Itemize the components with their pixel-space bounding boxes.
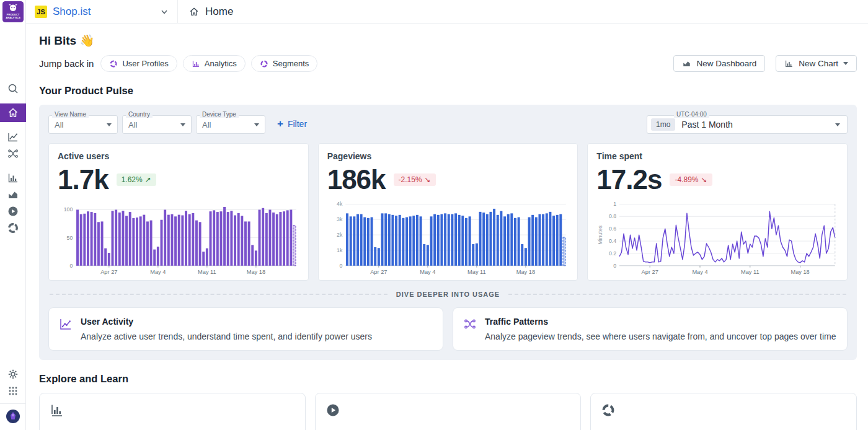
traffic-patterns-card[interactable]: Traffic Patterns Analyze pageview trends…	[453, 307, 848, 351]
chevron-down-icon	[843, 62, 848, 65]
chevron-down-icon	[180, 123, 185, 126]
play-circle-icon[interactable]	[7, 205, 19, 217]
metric-cards-row: Active users 1.7k 1.62% ↗ 050100Apr 27Ma…	[48, 143, 848, 281]
svg-text:100: 100	[64, 206, 73, 213]
svg-text:May 11: May 11	[467, 269, 486, 275]
home-icon	[7, 107, 19, 119]
main-content: Hi Bits 👋 Jump back in User Profiles Ana…	[26, 24, 868, 430]
apps-grid-icon[interactable]	[7, 385, 19, 397]
time-spent-value: 17.2s	[596, 164, 662, 195]
svg-text:50: 50	[67, 235, 73, 241]
metric-card-active-users: Active users 1.7k 1.62% ↗ 050100Apr 27Ma…	[48, 143, 309, 281]
user-avatar[interactable]	[6, 409, 20, 424]
svg-text:0.8: 0.8	[609, 213, 616, 219]
svg-text:Apr 27: Apr 27	[370, 269, 387, 275]
jump-back-label: Jump back in	[39, 58, 94, 69]
review-sessions-card[interactable]: Review sessions	[315, 393, 582, 430]
dashed-line	[508, 294, 846, 295]
svg-text:1: 1	[614, 201, 617, 207]
arrow-up-right-icon: ↗	[145, 175, 151, 184]
chip-analytics[interactable]: Analytics	[183, 55, 246, 72]
filter-row: View Name All Country All Device Type Al…	[48, 115, 848, 134]
flow-icon[interactable]	[7, 147, 19, 160]
filter-country[interactable]: Country All	[122, 115, 192, 134]
explore-cards-row: Create a funnel Review sessions Create a…	[39, 393, 857, 430]
svg-text:0.2: 0.2	[609, 250, 616, 257]
add-filter-button[interactable]: + Filter	[277, 119, 307, 129]
svg-text:Apr 27: Apr 27	[642, 269, 658, 275]
chevron-down-icon	[254, 123, 259, 126]
play-circle-icon	[326, 403, 340, 418]
segment-circle-icon[interactable]	[7, 222, 19, 234]
explore-section-title: Explore and Learn	[39, 373, 857, 385]
analytics-icon	[192, 59, 200, 68]
svg-text:May 4: May 4	[693, 269, 708, 275]
svg-text:ANALYTICS: ANALYTICS	[6, 16, 20, 19]
project-name: Shop.ist	[53, 6, 91, 18]
product-analytics-logo[interactable]: PRODUCT ANALYTICS	[2, 1, 24, 22]
filter-device-type[interactable]: Device Type All	[196, 115, 265, 134]
active-users-value: 1.7k	[58, 164, 108, 195]
js-project-icon: JS	[35, 6, 47, 18]
segment-circle-icon	[601, 403, 616, 418]
time-range-badge: 1mo	[651, 118, 675, 131]
wave-emoji: 👋	[79, 34, 94, 47]
metric-card-pageviews: Pageviews 186k -2.15% ↘ 01k2k3k4kApr 27M…	[318, 143, 578, 281]
svg-text:0: 0	[69, 263, 73, 269]
pulse-section-title: Your Product Pulse	[39, 85, 857, 97]
svg-text:2k: 2k	[337, 232, 343, 238]
breadcrumb: Home	[178, 6, 244, 18]
active-users-chart[interactable]: 050100Apr 27May 4May 11May 18	[58, 198, 299, 278]
svg-text:May 4: May 4	[150, 269, 166, 275]
create-funnel-card[interactable]: Create a funnel	[39, 393, 306, 430]
time-range-select[interactable]: UTC-04:00 1mo Past 1 Month	[647, 115, 848, 134]
project-switcher[interactable]: JS Shop.ist	[26, 6, 177, 18]
bar-chart-icon[interactable]	[7, 172, 19, 184]
active-users-delta-badge: 1.62% ↗	[117, 173, 156, 186]
plus-icon: +	[277, 120, 283, 128]
gear-icon[interactable]	[7, 368, 19, 380]
chevron-down-icon	[107, 123, 112, 126]
greeting-title: Hi Bits 👋	[39, 33, 857, 48]
filter-view-name[interactable]: View Name All	[48, 115, 118, 134]
svg-text:May 11: May 11	[198, 269, 216, 275]
svg-text:0.6: 0.6	[609, 226, 616, 232]
svg-text:May 18: May 18	[247, 269, 265, 275]
new-dashboard-button[interactable]: New Dashboard	[673, 55, 765, 72]
svg-text:Minutes: Minutes	[597, 225, 603, 244]
top-header: JS Shop.ist Home	[26, 0, 868, 24]
jump-back-row: Jump back in User Profiles Analytics Seg…	[39, 55, 857, 72]
segments-icon	[260, 59, 268, 68]
funnel-chart-icon	[50, 403, 64, 418]
area-chart-icon[interactable]	[7, 188, 19, 201]
line-chart-icon[interactable]	[7, 131, 19, 143]
new-chart-button[interactable]: New Chart	[776, 55, 857, 72]
chip-user-profiles[interactable]: User Profiles	[100, 55, 177, 72]
deep-dive-cards: User Activity Analyze active user trends…	[48, 307, 848, 351]
dashboard-icon	[682, 59, 691, 68]
arrow-down-right-icon: ↘	[701, 175, 707, 184]
svg-text:0: 0	[339, 263, 342, 269]
page-title: Home	[205, 6, 233, 18]
arrow-down-right-icon: ↘	[425, 175, 431, 184]
dive-deeper-divider: DIVE DEEPER INTO USAGE	[50, 291, 846, 298]
sidebar-item-home[interactable]	[0, 103, 26, 122]
sidebar: PRODUCT ANALYTICS	[0, 0, 26, 430]
metric-card-time-spent: Time spent 17.2s -4.89% ↘ 00.20.40.60.81…	[587, 143, 848, 281]
search-icon[interactable]	[7, 82, 19, 95]
svg-text:May 18: May 18	[791, 269, 810, 275]
svg-text:Apr 27: Apr 27	[100, 269, 117, 275]
pageviews-chart[interactable]: 01k2k3k4kApr 27May 4May 11May 18	[327, 198, 569, 278]
user-profiles-icon	[109, 59, 118, 68]
time-spent-chart[interactable]: 00.20.40.60.81MinutesApr 27May 4May 11Ma…	[596, 198, 838, 278]
svg-text:May 18: May 18	[516, 269, 534, 275]
chip-segments[interactable]: Segments	[251, 55, 318, 72]
chevron-down-icon	[835, 123, 840, 126]
flow-icon	[463, 317, 477, 331]
create-segment-card[interactable]: Create a segment	[590, 393, 857, 430]
user-activity-card[interactable]: User Activity Analyze active user trends…	[48, 307, 443, 351]
pageviews-value: 186k	[327, 164, 386, 195]
svg-text:May 11: May 11	[741, 269, 760, 275]
chart-icon	[784, 59, 794, 68]
svg-text:May 4: May 4	[420, 269, 435, 275]
